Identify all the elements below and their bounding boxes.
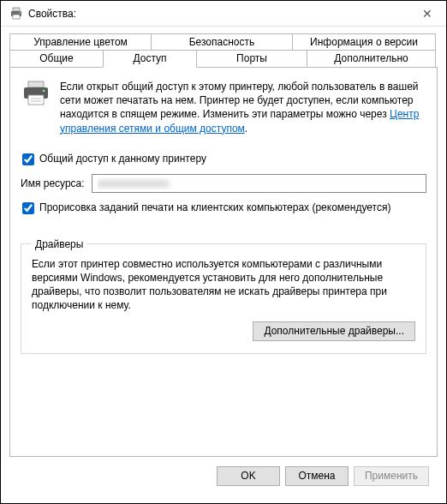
share-name-row: Имя ресурса:: [21, 174, 426, 193]
share-checkbox-row: Общий доступ к данному принтеру: [22, 153, 426, 165]
close-icon: ✕: [422, 7, 432, 21]
tab-version-info[interactable]: Информация о версии: [292, 33, 436, 51]
close-button[interactable]: ✕: [408, 1, 446, 26]
share-printer-checkbox[interactable]: [22, 153, 34, 165]
tab-strip: Управление цветом Безопасность Информаци…: [9, 33, 438, 68]
render-checkbox-row: Прорисовка заданий печати на клиентских …: [22, 201, 426, 214]
cancel-button[interactable]: Отмена: [285, 466, 349, 486]
titlebar: Свойства: ✕: [1, 1, 446, 27]
tab-color-management[interactable]: Управление цветом: [9, 33, 152, 51]
apply-button[interactable]: Применить: [354, 466, 429, 486]
drivers-group: Драйверы Если этот принтер совместно исп…: [21, 238, 426, 354]
svg-point-9: [43, 90, 45, 93]
dialog-footer: OK Отмена Применить: [9, 457, 438, 495]
tab-panel-sharing: Если открыт общий доступ к этому принтер…: [9, 68, 438, 457]
tab-general[interactable]: Общие: [9, 50, 104, 68]
svg-rect-0: [13, 8, 20, 11]
tab-advanced[interactable]: Дополнительно: [307, 50, 436, 68]
svg-point-3: [19, 12, 21, 14]
svg-rect-2: [13, 15, 20, 19]
dialog-content: Управление цветом Безопасность Информаци…: [1, 27, 446, 503]
tab-ports[interactable]: Порты: [196, 50, 307, 68]
tab-sharing[interactable]: Доступ: [103, 50, 197, 68]
share-name-label: Имя ресурса:: [21, 177, 85, 189]
render-jobs-label: Прорисовка заданий печати на клиентских …: [39, 201, 390, 213]
printer-icon: [9, 7, 23, 21]
render-jobs-checkbox[interactable]: [22, 202, 34, 214]
svg-rect-4: [28, 81, 44, 87]
ok-button[interactable]: OK: [217, 466, 280, 486]
share-printer-label: Общий доступ к данному принтеру: [39, 153, 206, 165]
intro-text: Если открыт общий доступ к этому принтер…: [60, 80, 426, 135]
window-title: Свойства:: [28, 8, 76, 20]
drivers-text: Если этот принтер совместно используется…: [32, 257, 415, 313]
printer-icon-large: [21, 80, 51, 135]
intro-section: Если открыт общий доступ к этому принтер…: [21, 80, 426, 135]
svg-rect-6: [28, 95, 44, 105]
tab-security[interactable]: Безопасность: [151, 33, 293, 51]
additional-drivers-button[interactable]: Дополнительные драйверы...: [253, 321, 415, 341]
share-name-input[interactable]: [92, 174, 426, 193]
properties-dialog: Свойства: ✕ Управление цветом Безопаснос…: [0, 0, 447, 504]
drivers-legend: Драйверы: [32, 238, 86, 250]
